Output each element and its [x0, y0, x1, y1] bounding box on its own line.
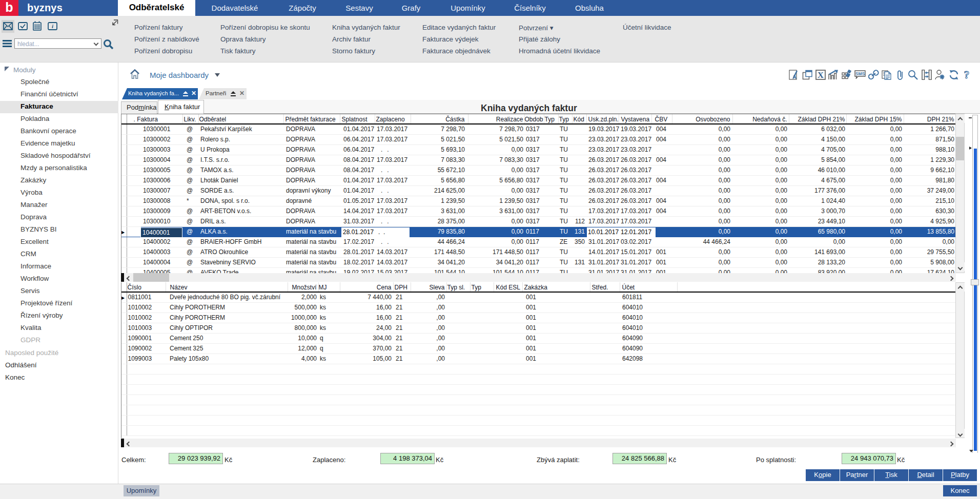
- svg-text:?: ?: [964, 70, 970, 80]
- svg-text:A: A: [792, 74, 797, 80]
- svg-text:X: X: [818, 70, 824, 80]
- svg-text:SMS: SMS: [855, 71, 865, 76]
- svg-text:i: i: [52, 23, 54, 29]
